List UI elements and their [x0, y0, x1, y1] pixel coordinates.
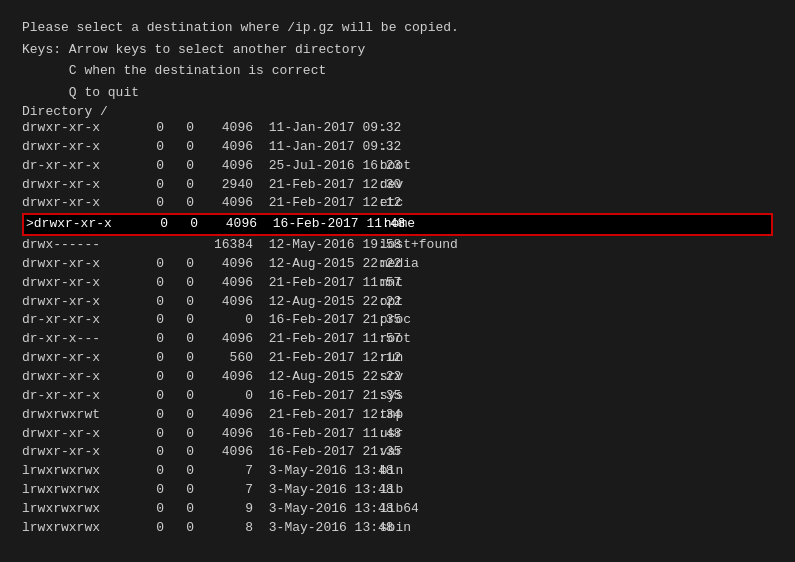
col-size: 4096	[206, 215, 261, 234]
col-uid: 0	[172, 519, 202, 538]
col-date: 21-Feb-2017 11:57	[257, 274, 372, 293]
col-links: 0	[142, 349, 172, 368]
table-row[interactable]: lrwxrwxrwx009 3-May-2016 13:48 lib64	[22, 500, 773, 519]
col-permissions: dr-xr-xr-x	[22, 311, 142, 330]
col-filename: opt	[372, 293, 403, 312]
col-links	[142, 236, 172, 255]
col-filename: lib	[372, 481, 403, 500]
col-date: 16-Feb-2017 21:35	[257, 443, 372, 462]
col-uid: 0	[172, 194, 202, 213]
header-line: Q to quit	[22, 83, 773, 103]
col-permissions: drwxrwxrwt	[22, 406, 142, 425]
table-row[interactable]: lrwxrwxrwx007 3-May-2016 13:48 bin	[22, 462, 773, 481]
col-uid: 0	[172, 425, 202, 444]
col-size: 7	[202, 481, 257, 500]
col-date: 11-Jan-2017 09:32	[257, 119, 372, 138]
table-row[interactable]: drwx------16384 12-May-2016 19:58 lost+f…	[22, 236, 773, 255]
col-size: 4096	[202, 274, 257, 293]
col-uid: 0	[172, 255, 202, 274]
col-size: 4096	[202, 119, 257, 138]
col-date: 3-May-2016 13:48	[257, 462, 372, 481]
table-row[interactable]: dr-xr-xr-x004096 25-Jul-2016 16:23 boot	[22, 157, 773, 176]
col-permissions: drwxr-xr-x	[22, 119, 142, 138]
col-links: 0	[142, 255, 172, 274]
table-row[interactable]: drwxr-xr-x004096 12-Aug-2015 22:22 media	[22, 255, 773, 274]
col-size: 4096	[202, 157, 257, 176]
col-size: 4096	[202, 330, 257, 349]
col-uid: 0	[172, 443, 202, 462]
col-date: 3-May-2016 13:48	[257, 500, 372, 519]
col-permissions: drwxr-xr-x	[22, 255, 142, 274]
col-filename: tmp	[372, 406, 403, 425]
col-date: 16-Feb-2017 11:48	[257, 425, 372, 444]
table-row[interactable]: dr-xr-xr-x000 16-Feb-2017 21:35 sys	[22, 387, 773, 406]
col-links: 0	[142, 274, 172, 293]
col-uid: 0	[172, 462, 202, 481]
col-size: 560	[202, 349, 257, 368]
col-date: 16-Feb-2017 21:35	[257, 311, 372, 330]
col-filename: dev	[372, 176, 403, 195]
col-permissions: drwxr-xr-x	[22, 138, 142, 157]
col-uid: 0	[176, 215, 206, 234]
table-row[interactable]: drwxr-xr-x00560 21-Feb-2017 12:12 run	[22, 349, 773, 368]
col-size: 4096	[202, 293, 257, 312]
table-row[interactable]: >drwxr-xr-x004096 16-Feb-2017 11:48 home	[22, 213, 773, 236]
table-row[interactable]: drwxrwxrwt004096 21-Feb-2017 12:34 tmp	[22, 406, 773, 425]
col-permissions: drwxr-xr-x	[22, 293, 142, 312]
table-row[interactable]: drwxr-xr-x004096 11-Jan-2017 09:32 .	[22, 119, 773, 138]
header-line: Keys: Arrow keys to select another direc…	[22, 40, 773, 60]
table-row[interactable]: drwxr-xr-x004096 21-Feb-2017 12:12 etc	[22, 194, 773, 213]
table-row[interactable]: drwxr-xr-x004096 16-Feb-2017 11:48 usr	[22, 425, 773, 444]
col-links: 0	[142, 387, 172, 406]
col-uid: 0	[172, 157, 202, 176]
col-uid: 0	[172, 176, 202, 195]
col-uid: 0	[172, 387, 202, 406]
col-size: 4096	[202, 255, 257, 274]
table-row[interactable]: drwxr-xr-x004096 12-Aug-2015 22:22 opt	[22, 293, 773, 312]
col-permissions: drwxr-xr-x	[22, 368, 142, 387]
col-size: 4096	[202, 425, 257, 444]
col-size: 16384	[202, 236, 257, 255]
table-row[interactable]: drwxr-xr-x004096 21-Feb-2017 11:57 mnt	[22, 274, 773, 293]
col-links: 0	[142, 406, 172, 425]
table-row[interactable]: lrwxrwxrwx007 3-May-2016 13:48 lib	[22, 481, 773, 500]
table-row[interactable]: dr-xr-x---004096 21-Feb-2017 11:57 root	[22, 330, 773, 349]
col-filename: mnt	[372, 274, 403, 293]
table-row[interactable]: drwxr-xr-x002940 21-Feb-2017 12:30 dev	[22, 176, 773, 195]
header-line: Please select a destination where /ip.gz…	[22, 18, 773, 38]
col-filename: root	[372, 330, 411, 349]
col-filename: srv	[372, 368, 403, 387]
col-size: 0	[202, 311, 257, 330]
col-filename: home	[376, 215, 415, 234]
col-links: 0	[142, 176, 172, 195]
col-links: 0	[142, 481, 172, 500]
table-row[interactable]: drwxr-xr-x004096 12-Aug-2015 22:22 srv	[22, 368, 773, 387]
col-filename: var	[372, 443, 403, 462]
col-uid: 0	[172, 481, 202, 500]
col-size: 8	[202, 519, 257, 538]
col-permissions: dr-xr-xr-x	[22, 157, 142, 176]
col-date: 16-Feb-2017 21:35	[257, 387, 372, 406]
col-permissions: >drwxr-xr-x	[26, 215, 146, 234]
table-row[interactable]: drwxr-xr-x004096 11-Jan-2017 09:32 ..	[22, 138, 773, 157]
col-permissions: dr-xr-x---	[22, 330, 142, 349]
col-date: 25-Jul-2016 16:23	[257, 157, 372, 176]
col-date: 12-Aug-2015 22:22	[257, 293, 372, 312]
col-filename: lost+found	[372, 236, 458, 255]
col-permissions: drwxr-xr-x	[22, 443, 142, 462]
table-row[interactable]: drwxr-xr-x004096 16-Feb-2017 21:35 var	[22, 443, 773, 462]
col-date: 3-May-2016 13:48	[257, 519, 372, 538]
table-row[interactable]: lrwxrwxrwx008 3-May-2016 13:48 sbin	[22, 519, 773, 538]
col-permissions: drwxr-xr-x	[22, 274, 142, 293]
col-uid: 0	[172, 293, 202, 312]
col-permissions: drwx------	[22, 236, 142, 255]
col-date: 12-Aug-2015 22:22	[257, 255, 372, 274]
col-links: 0	[142, 138, 172, 157]
col-date: 21-Feb-2017 12:30	[257, 176, 372, 195]
table-row[interactable]: dr-xr-xr-x000 16-Feb-2017 21:35 proc	[22, 311, 773, 330]
col-permissions: lrwxrwxrwx	[22, 519, 142, 538]
col-date: 21-Feb-2017 12:12	[257, 194, 372, 213]
col-links: 0	[142, 293, 172, 312]
col-filename: usr	[372, 425, 403, 444]
col-uid: 0	[172, 500, 202, 519]
